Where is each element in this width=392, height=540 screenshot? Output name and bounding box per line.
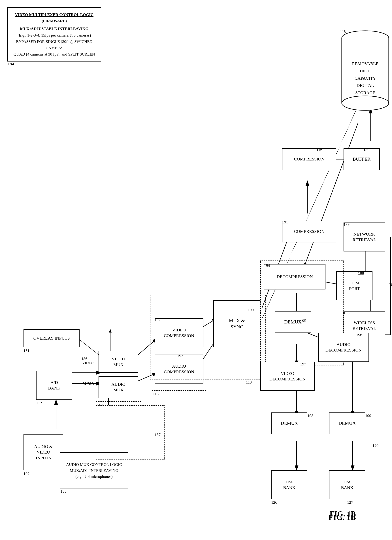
- video-decompression-197-box: VIDEODECOMPRESSION: [260, 362, 315, 391]
- label-113-left: 113: [153, 392, 159, 396]
- ad-bank-label: A/DBANK: [48, 380, 60, 391]
- compression-191-box: COMPRESSION: [282, 221, 336, 242]
- firmware-box: VIDEO MULTIPLEXER CONTROL LOGIC (FIRMWAR…: [7, 7, 101, 61]
- audio-video-inputs-label: AUDIO &VIDEOINPUTS: [34, 444, 53, 461]
- label-184: 184: [8, 61, 14, 66]
- da-bank-126-box: D/ABANK: [271, 470, 307, 499]
- label-196: 196: [356, 333, 362, 337]
- svg-point-34: [342, 96, 389, 110]
- compression-191-label: COMPRESSION: [294, 229, 324, 234]
- label-127: 127: [347, 500, 353, 505]
- label-113-right: 113: [246, 380, 252, 385]
- label-195: 195: [300, 318, 306, 323]
- firmware-line4: QUAD (4 cameras at 30 fps); and SPLIT SC…: [11, 51, 97, 57]
- label-191: 191: [282, 220, 288, 225]
- fig-1b-label: FIG. 1B: [328, 513, 356, 522]
- audio-mux-label: AUDIOMUX: [111, 381, 125, 393]
- label-188: 188: [358, 271, 364, 276]
- overlay-inputs-label: OVERLAY INPUTS: [33, 335, 70, 341]
- audio-video-inputs-box: AUDIO &VIDEOINPUTS: [24, 434, 63, 470]
- svg-text:STORAGE: STORAGE: [355, 90, 375, 95]
- demux-195-label: DEMUX: [284, 319, 301, 325]
- label-189: 189: [343, 222, 349, 227]
- label-180: 180: [363, 147, 369, 152]
- svg-text:REMOVABLE: REMOVABLE: [352, 61, 378, 66]
- video-mux-box: VIDEOMUX: [99, 351, 138, 373]
- network-retrieval-label: NETWORKRETRIEVAL: [352, 231, 376, 243]
- region-187: [96, 405, 164, 460]
- audio-decompression-label: AUDIODECOMPRESSION: [325, 342, 362, 353]
- label-183: 183: [60, 489, 67, 494]
- da-bank-127-label: D/ABANK: [341, 479, 353, 490]
- firmware-line2: (E.g., 1-2-3-4, 15fps per camera & 8 cam…: [11, 32, 97, 38]
- overlay-inputs-box: OVERLAY INPUTS: [24, 329, 79, 347]
- network-retrieval-box: NETWORKRETRIEVAL: [343, 223, 385, 251]
- da-bank-127-box: D/ABANK: [329, 470, 365, 499]
- firmware-line3: BYPASSED FOR SINGLE (30fps), SWICHED CAM…: [11, 38, 97, 51]
- label-151: 151: [24, 348, 30, 353]
- label-160: 160: [389, 282, 392, 287]
- firmware-title: VIDEO MULTIPLEXER CONTROL LOGIC (FIRMWAR…: [11, 11, 97, 24]
- com-port-label: COMPORT: [349, 280, 360, 291]
- svg-text:HIGH: HIGH: [360, 69, 371, 73]
- label-120: 120: [372, 443, 378, 448]
- compression-116-label: COMPRESSION: [294, 156, 324, 162]
- label-112: 112: [36, 401, 42, 405]
- buffer-box: BUFFER: [343, 148, 380, 170]
- video-mux-label: VIDEOMUX: [112, 356, 125, 367]
- compression-116-box: COMPRESSION: [282, 148, 336, 170]
- region-113-right: [150, 295, 266, 380]
- label-102: 102: [24, 471, 30, 476]
- diagram-container: FIG. 1B VIDEO MULTIPLEXER CONTROL LOGIC …: [0, 0, 392, 540]
- label-116: 116: [316, 147, 322, 152]
- wireless-retrieval-label: WIRELESSRETRIEVAL: [352, 320, 376, 331]
- label-186: 186: [81, 356, 87, 361]
- label-video-186: VIDEO: [82, 361, 94, 365]
- label-126: 126: [271, 500, 277, 505]
- svg-text:DIGITAL: DIGITAL: [357, 83, 374, 88]
- label-audio-186: AUDIO: [82, 382, 94, 386]
- label-185: 185: [343, 311, 349, 315]
- label-187: 187: [155, 432, 161, 437]
- audio-mux-control-label: AUDIO MUX CONTROL LOGICMUX:ADJ. INTERLEA…: [66, 461, 122, 479]
- label-118: 118: [340, 29, 346, 34]
- storage-cylinder-svg: REMOVABLE HIGH CAPACITY DIGITAL STORAGE: [340, 29, 391, 119]
- da-bank-126-label: D/ABANK: [283, 479, 295, 490]
- video-decompression-197-label: VIDEODECOMPRESSION: [269, 371, 306, 382]
- audio-decompression-box: AUDIODECOMPRESSION: [318, 333, 369, 362]
- audio-mux-box: AUDIOMUX: [99, 376, 138, 398]
- buffer-label: BUFFER: [353, 156, 371, 162]
- ad-bank-box: A/DBANK: [36, 371, 72, 400]
- svg-text:CAPACITY: CAPACITY: [355, 76, 376, 80]
- firmware-line1: MUX:ADJUSTABLE INTERLEAVING: [11, 25, 97, 32]
- label-197: 197: [300, 362, 306, 366]
